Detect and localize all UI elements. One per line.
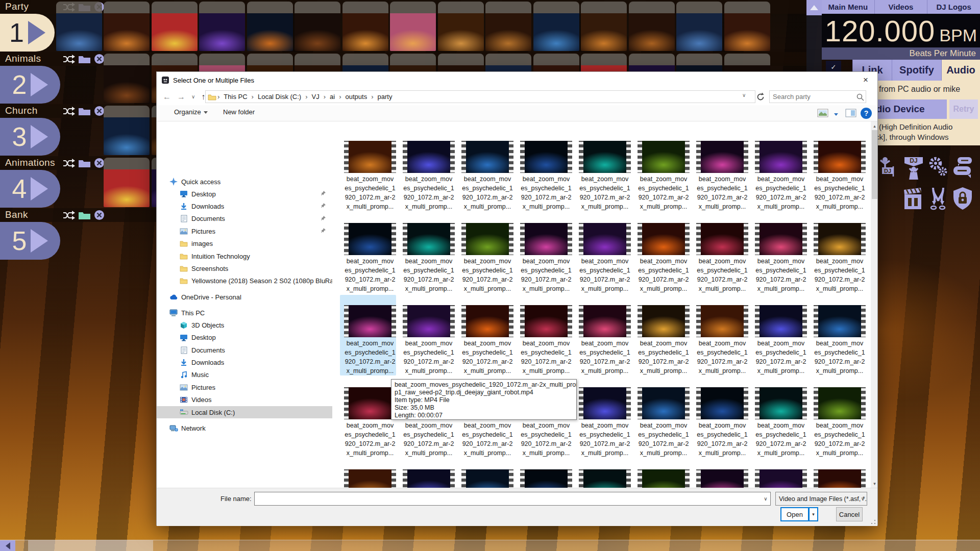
file-tile[interactable]: beat_zoom_moves_psychedelic_1920_1072.m_… bbox=[518, 469, 574, 488]
open-split-dropdown[interactable]: ▾ bbox=[809, 507, 818, 521]
menu-button-videos[interactable]: Videos bbox=[875, 0, 927, 14]
file-tile[interactable]: beat_zoom_moves_psychedelic_1920_1072.m_… bbox=[812, 469, 868, 488]
cancel-button[interactable]: Cancel bbox=[836, 507, 863, 521]
grid-scrollbar[interactable]: ▴ ▾ bbox=[871, 121, 877, 488]
organize-menu[interactable]: Organize bbox=[174, 108, 208, 116]
file-tile[interactable]: beat_zoom_moves_psychedelic_1920_1072.m_… bbox=[401, 469, 457, 488]
resize-grip[interactable] bbox=[871, 519, 876, 524]
file-tile[interactable]: beat_zoom_moves_psychedelic_1920_1072.m_… bbox=[694, 223, 750, 293]
file-tile[interactable]: beat_zoom_moves_psychedelic_1920_1072.m_… bbox=[812, 141, 868, 211]
deck-play-button-4[interactable]: 4 bbox=[0, 170, 60, 208]
search-box[interactable] bbox=[769, 90, 866, 103]
clear-row-icon[interactable] bbox=[92, 210, 106, 220]
sidebar-item-yellowstone-2018-season-2-s02-1080p-bluray-x265-hev[interactable]: Yellowstone (2018) Season 2 S02 (1080p B… bbox=[157, 275, 332, 287]
file-tile[interactable]: beat_zoom_moves_psychedelic_1920_1072.m_… bbox=[459, 141, 516, 211]
file-tile[interactable]: beat_zoom_moves_psychedelic_1920_1072.m_… bbox=[753, 223, 809, 293]
file-tile[interactable]: beat_zoom_moves_psychedelic_1920_1072.m_… bbox=[342, 305, 398, 375]
file-tile[interactable]: beat_zoom_moves_psychedelic_1920_1072.m_… bbox=[812, 305, 868, 375]
file-tile[interactable]: beat_zoom_moves_psychedelic_1920_1072.m_… bbox=[518, 141, 574, 211]
menu-button-main-menu[interactable]: Main Menu bbox=[822, 0, 874, 14]
open-button[interactable]: Open bbox=[780, 507, 809, 521]
shuffle-icon[interactable] bbox=[62, 210, 76, 220]
file-tile[interactable]: beat_zoom_moves_psychedelic_1920_1072.m_… bbox=[753, 387, 809, 458]
address-bar[interactable]: ›This PC›Local Disk (C:)›VJ›ai›outputs›p… bbox=[205, 90, 755, 103]
strip-thumbnail[interactable] bbox=[724, 2, 770, 51]
deck-play-button-3[interactable]: 3 bbox=[0, 118, 60, 156]
sidebar-item-downloads[interactable]: Downloads bbox=[157, 356, 332, 368]
sidebar-item-documents[interactable]: Documents bbox=[157, 344, 332, 356]
strip-thumbnail[interactable] bbox=[342, 2, 388, 51]
chevron-down-icon[interactable]: ∨ bbox=[761, 496, 770, 502]
clapperboard-icon[interactable] bbox=[902, 187, 925, 210]
strip-thumbnail[interactable] bbox=[104, 54, 150, 103]
strip-thumbnail[interactable] bbox=[295, 2, 340, 51]
new-folder-button[interactable]: New folder bbox=[223, 108, 255, 116]
grid-scroll-up[interactable]: ▴ bbox=[871, 121, 877, 130]
close-icon[interactable]: × bbox=[858, 73, 873, 86]
file-tile[interactable]: beat_zoom_moves_psychedelic_1920_1072.m_… bbox=[577, 305, 633, 375]
file-tile[interactable]: beat_zoom_moves_psychedelic_1920_1072.m_… bbox=[753, 469, 809, 488]
file-tile[interactable]: beat_zoom_moves_psychedelic_1920_1072.m_… bbox=[342, 387, 398, 458]
strip-thumbnail[interactable] bbox=[104, 106, 150, 155]
deck-play-button-2[interactable]: 2 bbox=[0, 66, 60, 104]
file-tile[interactable]: beat_zoom_moves_psychedelic_1920_1072.m_… bbox=[753, 305, 809, 375]
menu-button-dj-logos[interactable]: DJ Logos bbox=[927, 0, 980, 14]
strip-thumbnail[interactable] bbox=[390, 2, 436, 51]
strip-thumbnail[interactable] bbox=[199, 2, 245, 51]
retry-button[interactable]: Retry bbox=[949, 99, 978, 119]
file-tile[interactable]: beat_zoom_moves_psychedelic_1920_1072.m_… bbox=[459, 223, 516, 293]
forward-button[interactable]: → bbox=[177, 92, 185, 102]
file-tile[interactable]: beat_zoom_moves_psychedelic_1920_1072.m_… bbox=[635, 387, 692, 458]
file-tile[interactable]: beat_zoom_moves_psychedelic_1920_1072.m_… bbox=[812, 223, 868, 293]
dj-flag-person-icon[interactable]: DJ bbox=[879, 156, 901, 180]
shuffle-icon[interactable] bbox=[62, 158, 76, 168]
merge-arrows-icon[interactable] bbox=[927, 187, 949, 210]
file-tile[interactable]: beat_zoom_moves_psychedelic_1920_1072.m_… bbox=[342, 223, 398, 293]
sidebar-item-local-disk-c-[interactable]: Local Disk (C:) bbox=[157, 406, 332, 418]
file-tile[interactable]: beat_zoom_moves_psychedelic_1920_1072.m_… bbox=[577, 387, 633, 458]
sidebar-item-pictures[interactable]: Pictures bbox=[157, 225, 332, 237]
strip-thumbnail[interactable] bbox=[152, 2, 198, 51]
folder-icon[interactable] bbox=[78, 210, 91, 220]
sidebar-section-quick-access[interactable]: Quick access bbox=[157, 176, 332, 188]
sidebar-item-videos[interactable]: Videos bbox=[157, 394, 332, 406]
sidebar-item-desktop[interactable]: Desktop bbox=[157, 332, 332, 344]
help-icon[interactable]: ? bbox=[861, 108, 872, 119]
file-tile[interactable]: beat_zoom_moves_psychedelic_1920_1072.m_… bbox=[635, 141, 692, 211]
file-tile[interactable]: beat_zoom_moves_psychedelic_1920_1072.m_… bbox=[342, 469, 398, 488]
file-tile[interactable]: beat_zoom_moves_psychedelic_1920_1072.m_… bbox=[635, 469, 692, 488]
file-tile[interactable]: beat_zoom_moves_psychedelic_1920_1072.m_… bbox=[518, 223, 574, 293]
file-tile[interactable]: beat_zoom_moves_psychedelic_1920_1072.m_… bbox=[635, 305, 692, 375]
file-tile[interactable]: beat_zoom_moves_psychedelic_1920_1072.m_… bbox=[577, 469, 633, 488]
sidebar-item-3d-objects[interactable]: 3D Objects bbox=[157, 319, 332, 331]
shuffle-icon[interactable] bbox=[62, 54, 76, 64]
sidebar-section-onedrive-personal[interactable]: OneDrive - Personal bbox=[157, 291, 332, 303]
chat-bubbles-icon[interactable] bbox=[951, 156, 974, 180]
file-tile[interactable]: beat_zoom_moves_psychedelic_1920_1072.m_… bbox=[812, 387, 868, 458]
scrollbar-thumb[interactable] bbox=[28, 540, 153, 551]
strip-thumbnail[interactable] bbox=[629, 2, 675, 51]
folder-icon[interactable] bbox=[78, 158, 91, 168]
file-tile[interactable]: beat_zoom_moves_psychedelic_1920_1072.m_… bbox=[694, 469, 750, 488]
gears-icon[interactable] bbox=[927, 156, 949, 180]
app-horizontal-scrollbar[interactable] bbox=[0, 540, 980, 551]
file-type-dropdown[interactable]: Video and Image Files (*.asf, *.a ∨ bbox=[775, 492, 867, 506]
dj-banner-person-icon[interactable]: DJ bbox=[902, 156, 925, 180]
recent-locations-dropdown[interactable]: ∨ bbox=[191, 94, 195, 99]
scroll-up-button[interactable] bbox=[806, 0, 822, 15]
file-tile[interactable]: beat_zoom_moves_psychedelic_1920_1072.m_… bbox=[694, 387, 750, 458]
grid-scroll-down[interactable]: ▾ bbox=[871, 479, 877, 488]
scroll-left-button[interactable] bbox=[0, 540, 15, 551]
breadcrumb-item[interactable]: VJ bbox=[309, 93, 323, 101]
breadcrumb-item[interactable]: This PC bbox=[220, 93, 250, 101]
file-tile[interactable]: beat_zoom_moves_psychedelic_1920_1072.m_… bbox=[694, 305, 750, 375]
file-tile[interactable]: beat_zoom_moves_psychedelic_1920_1072.m_… bbox=[635, 223, 692, 293]
strip-thumbnail[interactable] bbox=[581, 2, 627, 51]
sidebar-item-pictures[interactable]: Pictures bbox=[157, 381, 332, 393]
file-tile[interactable]: beat_zoom_moves_psychedelic_1920_1072.m_… bbox=[459, 305, 516, 375]
strip-thumbnail[interactable] bbox=[56, 2, 102, 51]
folder-icon[interactable] bbox=[78, 106, 91, 116]
sidebar-section-this-pc[interactable]: This PC bbox=[157, 307, 332, 319]
preview-pane-icon[interactable] bbox=[845, 109, 856, 118]
sidebar-item-screenshots[interactable]: Screenshots bbox=[157, 262, 332, 274]
